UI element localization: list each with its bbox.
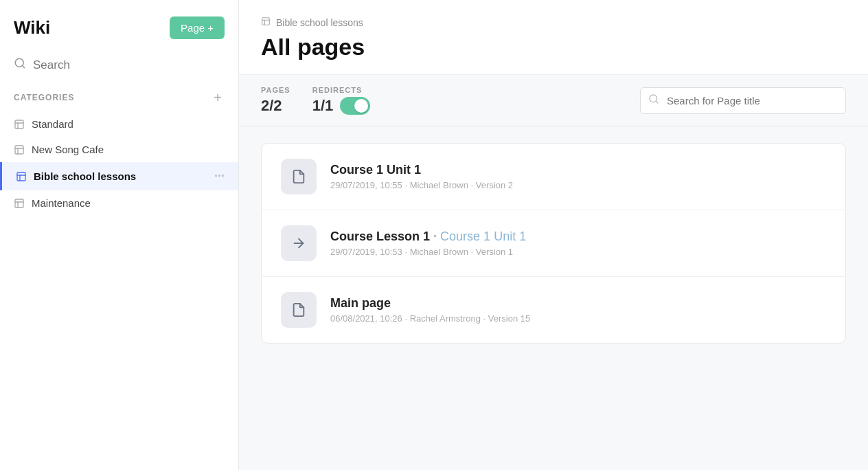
breadcrumb-label: Bible school lessons <box>276 17 363 28</box>
stats-group: PAGES 2/2 REDIRECTS 1/1 <box>261 86 370 115</box>
add-category-button[interactable]: + <box>211 89 225 106</box>
sidebar-header: Wiki Page + <box>0 0 238 50</box>
sidebar-item-label-bible-school-lessons: Bible school lessons <box>34 170 207 182</box>
breadcrumb-icon <box>261 16 271 28</box>
page-item-title-text: Course 1 Unit 1 <box>330 163 421 177</box>
page-item-icon <box>281 159 317 194</box>
search-row[interactable]: Search <box>0 50 238 82</box>
redirects-stat: REDIRECTS 1/1 <box>312 86 371 115</box>
pages-list: Course 1 Unit 1 29/07/2019, 10:55 · Mich… <box>239 126 868 470</box>
page-item-parent-link: Course 1 Unit 1 <box>440 230 526 243</box>
wiki-logo: Wiki <box>14 17 50 38</box>
page-item[interactable]: Main page 06/08/2021, 10:26 · Rachel Arm… <box>262 277 845 343</box>
sidebar-item-label-maintenance: Maintenance <box>32 197 225 209</box>
page-item-info: Main page 06/08/2021, 10:26 · Rachel Arm… <box>330 296 826 324</box>
page-search-input[interactable] <box>640 87 846 114</box>
page-item-title: Course 1 Unit 1 <box>330 163 826 177</box>
new-page-button[interactable]: Page + <box>170 16 225 39</box>
page-search-icon <box>648 93 659 107</box>
search-icon <box>14 57 26 73</box>
redirects-count: 1/1 <box>312 97 334 115</box>
page-item-icon <box>281 292 317 328</box>
sidebar-item-maintenance[interactable]: Maintenance <box>0 190 238 216</box>
page-icon-active <box>16 171 27 182</box>
redirects-label: REDIRECTS <box>312 86 371 94</box>
page-header: Bible school lessons All pages <box>239 0 868 75</box>
redirects-toggle[interactable] <box>340 97 370 115</box>
pages-count: 2/2 <box>261 97 282 115</box>
redirects-value-row: 1/1 <box>312 97 371 115</box>
page-item-meta: 29/07/2019, 10:53 · Michael Brown · Vers… <box>330 247 826 257</box>
item-menu-icon[interactable]: ··· <box>214 169 225 183</box>
sidebar-item-standard[interactable]: Standard <box>0 111 238 137</box>
page-item-title-text: Course Lesson 1 <box>330 230 430 243</box>
page-title: All pages <box>261 34 846 60</box>
pages-stat: PAGES 2/2 <box>261 86 290 115</box>
pages-label: PAGES <box>261 86 290 94</box>
sidebar: Wiki Page + Search CATEGORIES + Standard… <box>0 0 239 470</box>
svg-rect-2 <box>15 120 23 128</box>
page-icon <box>14 144 25 155</box>
pages-value-row: 2/2 <box>261 97 290 115</box>
page-icon <box>14 198 25 209</box>
nav-list: Standard New Song Cafe Bible school less… <box>0 111 238 216</box>
svg-rect-14 <box>262 18 270 25</box>
page-item[interactable]: Course Lesson 1 · Course 1 Unit 1 29/07/… <box>262 210 845 277</box>
main-content: Bible school lessons All pages PAGES 2/2… <box>239 0 868 470</box>
svg-line-18 <box>656 101 658 103</box>
page-item-title-text: Main page <box>330 296 391 310</box>
svg-rect-11 <box>15 199 23 208</box>
page-item-info: Course Lesson 1 · Course 1 Unit 1 29/07/… <box>330 230 826 257</box>
categories-label: CATEGORIES <box>14 93 74 102</box>
breadcrumb: Bible school lessons <box>261 16 846 28</box>
page-item-meta: 29/07/2019, 10:55 · Michael Brown · Vers… <box>330 180 826 190</box>
toolbar: PAGES 2/2 REDIRECTS 1/1 <box>239 75 868 126</box>
page-item-title: Main page <box>330 296 826 311</box>
sidebar-item-bible-school-lessons[interactable]: Bible school lessons ··· <box>0 162 238 190</box>
svg-rect-8 <box>17 172 25 181</box>
sidebar-item-label-standard: Standard <box>32 118 225 130</box>
page-item-title: Course Lesson 1 · Course 1 Unit 1 <box>330 230 826 244</box>
page-item-meta: 06/08/2021, 10:26 · Rachel Armstrong · V… <box>330 313 826 324</box>
svg-rect-5 <box>15 146 23 154</box>
page-item-icon <box>281 225 317 261</box>
pages-card: Course 1 Unit 1 29/07/2019, 10:55 · Mich… <box>261 143 846 344</box>
page-item[interactable]: Course 1 Unit 1 29/07/2019, 10:55 · Mich… <box>262 144 845 210</box>
categories-header: CATEGORIES + <box>0 82 238 111</box>
svg-line-1 <box>22 65 24 67</box>
sidebar-item-label-new-song-cafe: New Song Cafe <box>32 144 225 155</box>
page-icon <box>14 119 25 130</box>
search-label: Search <box>33 58 70 72</box>
page-item-separator: · <box>433 230 437 243</box>
page-search-container <box>640 87 846 114</box>
page-item-info: Course 1 Unit 1 29/07/2019, 10:55 · Mich… <box>330 163 826 190</box>
sidebar-item-new-song-cafe[interactable]: New Song Cafe <box>0 137 238 162</box>
